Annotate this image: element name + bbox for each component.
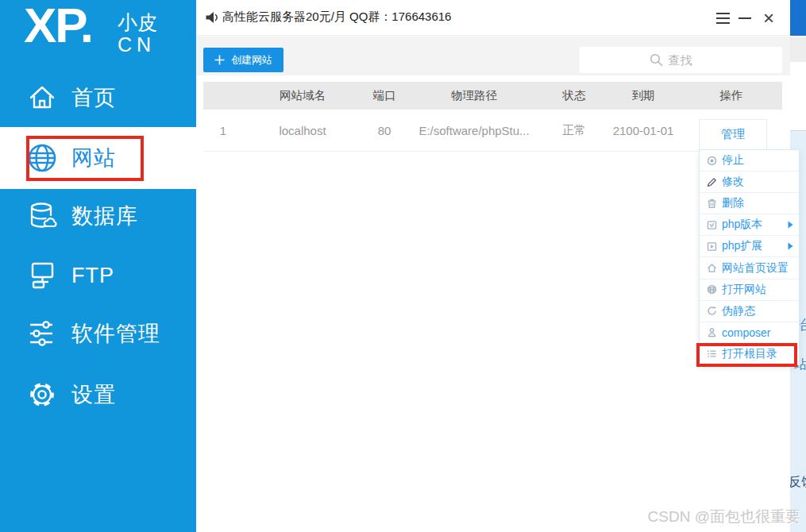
header-path: 物理路径 (407, 88, 542, 103)
background-window-toolbar (790, 37, 806, 62)
sidebar-item-label: 数据库 (71, 202, 138, 230)
menu-item-open-root-directory[interactable]: 打开根目录 (700, 343, 799, 364)
homepage-settings-icon (706, 263, 717, 274)
manage-button[interactable]: 管理 (699, 119, 767, 149)
home-icon (26, 82, 58, 114)
sidebar-item-software[interactable]: 软件管理 (0, 312, 196, 355)
speaker-icon (205, 10, 221, 28)
sidebar-item-ftp[interactable]: FTP (0, 254, 196, 297)
logo-main-text: XP. (24, 0, 92, 53)
search-input[interactable] (669, 53, 713, 67)
search-box[interactable] (580, 47, 782, 73)
menu-item-label: 打开根目录 (722, 347, 777, 361)
gear-icon (26, 379, 58, 411)
header-operations: 操作 (680, 88, 782, 103)
menu-item-label: php版本 (722, 218, 762, 232)
menu-item-php-extension[interactable]: php扩展 (700, 235, 799, 256)
trash-icon (706, 198, 717, 209)
php-extension-icon (706, 241, 717, 252)
menu-item-label: composer (722, 326, 770, 339)
plus-icon (214, 55, 225, 65)
sidebar-item-label: FTP (71, 264, 114, 288)
create-website-label: 创建网站 (231, 53, 272, 67)
header-port: 端口 (362, 88, 407, 103)
sidebar: XP. 小皮 CN 首页 网站 数据库 FTP (0, 0, 196, 532)
search-icon (650, 53, 663, 67)
menu-item-modify[interactable]: 修改 (700, 171, 799, 192)
menu-item-label: php扩展 (722, 239, 762, 253)
submenu-arrow-icon (788, 240, 793, 253)
background-window-titlebar (790, 0, 806, 36)
titlebar: 高性能云服务器20元/月 QQ群：176643616 × (196, 0, 790, 36)
menu-item-composer[interactable]: composer (700, 322, 799, 343)
menu-item-rewrite[interactable]: 伪静态 (700, 300, 799, 322)
minimize-icon (739, 17, 751, 19)
sliders-icon (26, 318, 58, 349)
header-domain: 网站域名 (243, 88, 362, 103)
hamburger-icon (716, 13, 730, 24)
cell-index: 1 (203, 124, 243, 137)
menu-item-delete[interactable]: 删除 (700, 192, 799, 214)
header-status: 状态 (542, 88, 607, 103)
sidebar-item-label: 首页 (71, 83, 116, 112)
sidebar-item-home[interactable]: 首页 (0, 76, 196, 119)
database-icon (26, 200, 58, 232)
sidebar-item-settings[interactable]: 设置 (0, 373, 196, 416)
logo-sub-bottom: CN (118, 33, 156, 56)
close-icon: × (763, 9, 774, 28)
menu-item-label: 伪静态 (722, 304, 755, 318)
ftp-icon (26, 260, 58, 291)
window-close-button[interactable]: × (758, 0, 779, 36)
menu-item-label: 修改 (722, 175, 744, 189)
manage-dropdown-menu: 停止 修改 删除 php版本 ph (699, 149, 800, 365)
background-text-fragment: 反馈 (790, 474, 806, 491)
sidebar-item-label: 网站 (71, 144, 116, 172)
cell-status: 正常 (542, 123, 607, 138)
phpstudy-window: 治 站 反馈 XP. 小皮 CN 首页 网站 数据库 (0, 0, 806, 532)
cell-expiry: 2100-01-01 (607, 124, 680, 137)
edit-icon (706, 176, 717, 187)
composer-icon (706, 327, 717, 338)
sidebar-item-database[interactable]: 数据库 (0, 195, 196, 237)
window-menu-button[interactable] (712, 0, 733, 36)
sidebar-item-label: 软件管理 (71, 319, 160, 348)
create-website-button[interactable]: 创建网站 (203, 48, 283, 72)
menu-item-homepage-settings[interactable]: 网站首页设置 (700, 256, 799, 278)
submenu-arrow-icon (788, 218, 793, 231)
php-version-icon (706, 219, 717, 230)
root-directory-icon (706, 349, 717, 360)
rewrite-icon (706, 306, 717, 317)
menu-item-php-version[interactable]: php版本 (700, 214, 799, 235)
sidebar-item-label: 设置 (71, 380, 116, 409)
menu-item-open-site[interactable]: 打开网站 (700, 279, 799, 300)
menu-item-label: 删除 (722, 196, 744, 210)
menu-item-label: 停止 (722, 153, 744, 168)
cell-domain: localhost (243, 124, 362, 137)
cell-path: E:/software/phpStu... (407, 124, 542, 137)
menu-item-label: 网站首页设置 (722, 261, 789, 276)
table-header-row: 网站域名 端口 物理路径 状态 到期 操作 (203, 82, 782, 110)
stop-icon (706, 155, 717, 166)
globe-icon (26, 142, 58, 174)
announcement-text: 高性能云服务器20元/月 QQ群：176643616 (222, 10, 451, 25)
menu-item-label: 打开网站 (722, 283, 766, 297)
logo-sub-top: 小皮 (118, 10, 157, 36)
open-site-icon (706, 284, 717, 295)
toolbar: 创建网站 (196, 37, 790, 75)
menu-item-stop[interactable]: 停止 (700, 150, 799, 171)
cell-port: 80 (362, 124, 407, 137)
sidebar-item-website[interactable]: 网站 (0, 127, 196, 189)
watermark-text: CSDN @面包也很重要 (648, 507, 800, 527)
window-minimize-button[interactable] (735, 0, 755, 36)
table-row: 1 localhost 80 E:/software/phpStu... 正常 … (203, 110, 782, 152)
header-expiry: 到期 (607, 88, 680, 103)
